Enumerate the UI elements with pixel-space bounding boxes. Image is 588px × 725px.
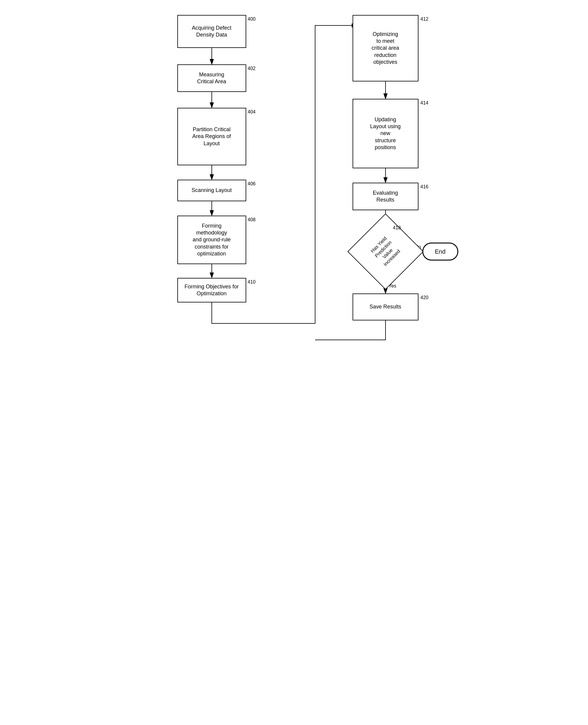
label-418: 418 bbox=[393, 225, 401, 231]
label-410: 410 bbox=[248, 279, 256, 285]
label-402: 402 bbox=[248, 66, 256, 71]
box-evaluating: Evaluating Results bbox=[353, 183, 418, 210]
label-408: 408 bbox=[248, 217, 256, 222]
box-end: End bbox=[422, 242, 458, 260]
diamond-yield: Has Yield Prediction Value Increased bbox=[353, 225, 418, 278]
box-partition: Partition Critical Area Regions of Layou… bbox=[177, 108, 246, 165]
label-414: 414 bbox=[421, 100, 429, 106]
box-forming-obj: Forming Objectives for Optimization bbox=[177, 278, 246, 302]
label-400: 400 bbox=[248, 17, 256, 22]
label-406: 406 bbox=[248, 181, 256, 187]
label-412: 412 bbox=[421, 17, 429, 22]
box-updating: Updating Layout using new structure posi… bbox=[353, 99, 418, 168]
label-420: 420 bbox=[421, 295, 429, 300]
box-optimizing: Optimizing to meet critical area reducti… bbox=[353, 15, 418, 82]
box-acquiring: Acquiring Defect Density Data bbox=[177, 15, 246, 48]
box-scanning: Scanning Layout bbox=[177, 180, 246, 201]
box-save: Save Results bbox=[353, 294, 418, 320]
box-measuring: Measuring Critical Area bbox=[177, 64, 246, 92]
label-416: 416 bbox=[421, 184, 429, 190]
flowchart: No Yes Acquiring Defect Density Data 400… bbox=[159, 6, 429, 350]
box-forming-method: Forming methodology and ground-rule cons… bbox=[177, 216, 246, 264]
label-404: 404 bbox=[248, 109, 256, 115]
